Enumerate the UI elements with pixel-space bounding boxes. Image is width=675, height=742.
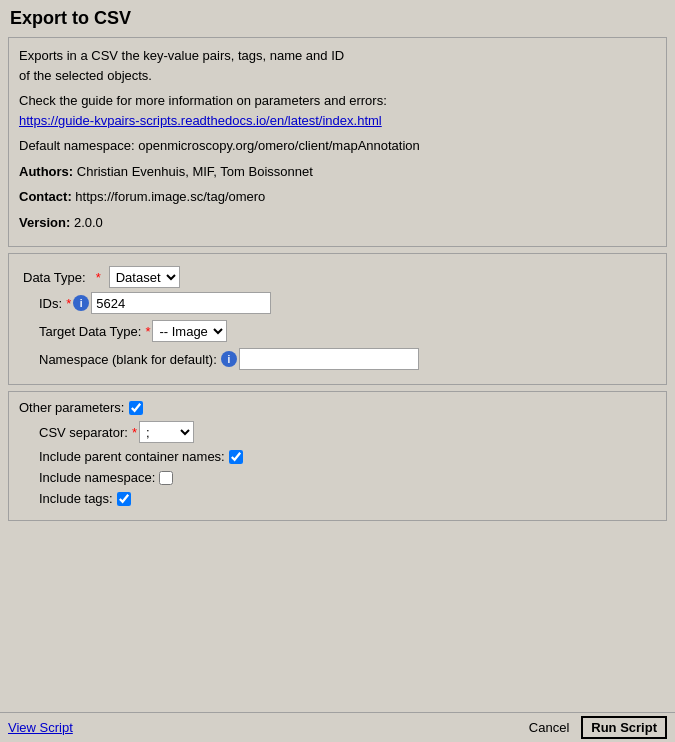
include-namespace-checkbox[interactable]	[159, 471, 173, 485]
target-data-type-row: Target Data Type: * -- Image Dataset Pro…	[19, 320, 656, 342]
data-type-label: Data Type:	[23, 270, 86, 285]
contact-label: Contact:	[19, 189, 72, 204]
run-script-button[interactable]: Run Script	[581, 716, 667, 739]
csv-separator-select[interactable]: ; , tab	[139, 421, 194, 443]
data-type-section: Data Type: * Dataset Project Image Scree…	[8, 253, 667, 385]
view-script-link[interactable]: View Script	[8, 720, 73, 735]
data-type-select[interactable]: Dataset Project Image Screen Plate	[109, 266, 180, 288]
ids-input[interactable]: 5624	[91, 292, 271, 314]
contact-value: https://forum.image.sc/tag/omero	[72, 189, 266, 204]
cancel-button[interactable]: Cancel	[521, 716, 577, 739]
target-data-type-label: Target Data Type:	[39, 324, 141, 339]
desc-line3: Check the guide for more information on …	[19, 93, 387, 108]
desc-link[interactable]: https://guide-kvpairs-scripts.readthedoc…	[19, 113, 382, 128]
bottom-buttons: Cancel Run Script	[521, 716, 667, 739]
ids-info-icon[interactable]: i	[73, 295, 89, 311]
target-required: *	[145, 324, 150, 339]
authors-value: Christian Evenhuis, MIF, Tom Boissonnet	[73, 164, 313, 179]
data-type-required: *	[96, 270, 101, 285]
main-container: Export to CSV Exports in a CSV the key-v…	[0, 0, 675, 742]
description-box: Exports in a CSV the key-value pairs, ta…	[8, 37, 667, 247]
other-params-title-row: Other parameters:	[19, 400, 656, 415]
namespace-info-icon[interactable]: i	[221, 351, 237, 367]
authors-label: Authors:	[19, 164, 73, 179]
namespace-row: Namespace (blank for default): i	[19, 348, 656, 370]
csv-separator-row: CSV separator: * ; , tab	[19, 421, 656, 443]
include-parent-row: Include parent container names:	[19, 449, 656, 464]
namespace-field-label: Namespace (blank for default):	[39, 352, 217, 367]
ids-row: IDs: * i 5624	[19, 292, 656, 314]
csv-required: *	[132, 425, 137, 440]
page-title: Export to CSV	[8, 8, 667, 29]
desc-line1: Exports in a CSV the key-value pairs, ta…	[19, 48, 344, 63]
ids-label: IDs:	[39, 296, 62, 311]
namespace-text: Default namespace: openmicroscopy.org/om…	[19, 138, 420, 153]
version-label: Version:	[19, 215, 70, 230]
include-namespace-row: Include namespace:	[19, 470, 656, 485]
other-params-section: Other parameters: CSV separator: * ; , t…	[8, 391, 667, 521]
data-type-row: Data Type: * Dataset Project Image Scree…	[19, 262, 656, 292]
version-value: 2.0.0	[70, 215, 103, 230]
other-params-checkbox[interactable]	[129, 401, 143, 415]
include-tags-label: Include tags:	[39, 491, 113, 506]
bottom-bar: View Script Cancel Run Script	[0, 712, 675, 742]
include-tags-checkbox[interactable]	[117, 492, 131, 506]
other-params-label: Other parameters:	[19, 400, 125, 415]
csv-separator-label: CSV separator:	[39, 425, 128, 440]
include-tags-row: Include tags:	[19, 491, 656, 506]
namespace-input[interactable]	[239, 348, 419, 370]
target-data-type-select[interactable]: -- Image Dataset Project	[152, 320, 227, 342]
include-namespace-label: Include namespace:	[39, 470, 155, 485]
include-parent-label: Include parent container names:	[39, 449, 225, 464]
ids-required: *	[66, 296, 71, 311]
include-parent-checkbox[interactable]	[229, 450, 243, 464]
desc-line2: of the selected objects.	[19, 68, 152, 83]
